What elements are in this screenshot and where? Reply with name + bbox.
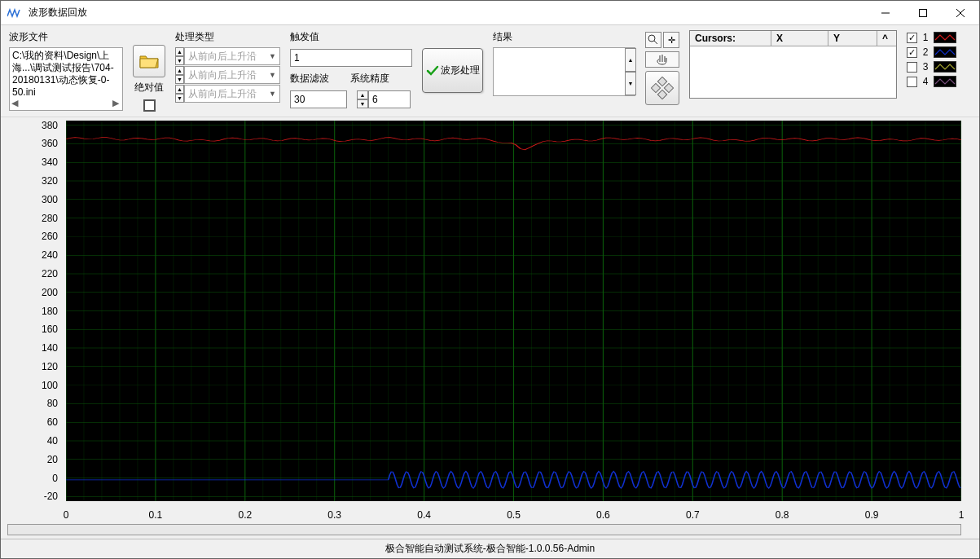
- trigger-label: 触发值: [290, 30, 412, 44]
- x-axis: 00.10.20.30.40.50.60.70.80.91: [66, 506, 961, 522]
- y-tick: 380: [42, 120, 58, 131]
- legend-swatch: [934, 32, 956, 43]
- filter-label: 数据滤波: [290, 72, 329, 86]
- x-tick: 0: [64, 509, 69, 521]
- precision-input[interactable]: ▲▼ 6: [357, 90, 411, 108]
- maximize-button[interactable]: [904, 1, 942, 25]
- result-box[interactable]: ▲▼: [493, 47, 635, 96]
- cursor-col-title: Cursors:: [690, 31, 771, 46]
- titlebar: 波形数据回放: [1, 1, 979, 25]
- chart-area: -200204060801001201401601802002202402602…: [1, 117, 979, 539]
- y-tick: 20: [47, 454, 58, 465]
- y-tick: 200: [42, 287, 58, 298]
- file-label: 波形文件: [9, 30, 123, 44]
- chart-canvas[interactable]: [66, 121, 961, 501]
- graph-tools: ✛: [645, 30, 679, 105]
- filter-input[interactable]: 30: [290, 90, 347, 108]
- minimize-button[interactable]: [867, 1, 904, 25]
- toolbar: 波形文件 C:\我的资料\Design\上海...\调试测试报告\704-201…: [1, 25, 979, 117]
- legend-swatch: [934, 46, 956, 58]
- h-scrollbar[interactable]: [7, 524, 961, 535]
- cursor-scroll-up[interactable]: ^: [877, 31, 890, 46]
- status-text: 极合智能自动测试系统-极合智能-1.0.0.56-Admin: [385, 542, 595, 556]
- precision-label: 系统精度: [350, 72, 389, 86]
- cursor-table[interactable]: Cursors: X Y ^: [689, 30, 897, 99]
- y-tick: 60: [47, 416, 58, 428]
- svg-rect-6: [657, 77, 666, 86]
- y-tick: 360: [42, 138, 58, 149]
- y-tick: 180: [42, 306, 58, 317]
- window-title: 波形数据回放: [27, 6, 867, 20]
- proc-type-label: 处理类型: [175, 30, 280, 44]
- x-tick: 0.3: [327, 509, 341, 521]
- x-tick: 0.7: [686, 509, 700, 521]
- legend-num: 1: [921, 32, 930, 43]
- statusbar: 极合智能自动测试系统-极合智能-1.0.0.56-Admin: [1, 539, 979, 558]
- legend-checkbox[interactable]: [907, 33, 917, 43]
- process-button[interactable]: 波形处理: [422, 48, 483, 93]
- app-icon: [6, 5, 22, 21]
- proc-combo-3[interactable]: ▲▼ 从前向后上升沿▼: [175, 85, 280, 103]
- y-tick: 220: [42, 268, 58, 280]
- cursor-col-y: Y: [828, 31, 877, 46]
- x-tick: 1: [959, 509, 965, 521]
- y-tick: 320: [42, 175, 58, 187]
- legend-checkbox[interactable]: [907, 47, 917, 58]
- svg-point-4: [648, 35, 655, 42]
- legend-swatch: [934, 61, 956, 73]
- legend-checkbox[interactable]: [907, 62, 917, 73]
- x-tick: 0.1: [149, 509, 163, 521]
- y-tick: 340: [42, 156, 58, 168]
- zoom-tool-icon[interactable]: [645, 32, 661, 48]
- y-tick: 120: [42, 361, 58, 372]
- chart-frame: [66, 121, 961, 501]
- y-tick: 100: [42, 380, 58, 391]
- y-tick: 40: [47, 435, 58, 447]
- legend-item-4[interactable]: 4: [907, 76, 956, 87]
- trigger-input[interactable]: 1: [290, 49, 412, 67]
- svg-rect-9: [657, 90, 666, 99]
- window-controls: [867, 1, 979, 25]
- open-folder-button[interactable]: [133, 45, 165, 77]
- cursor-header: Cursors: X Y ^: [690, 31, 896, 46]
- proc-combo-1[interactable]: ▲▼ 从前向后上升沿▼: [175, 47, 280, 65]
- x-tick: 0.5: [507, 509, 521, 521]
- legend-checkbox[interactable]: [907, 77, 917, 87]
- legend-item-3[interactable]: 3: [907, 61, 956, 73]
- main-window: 波形数据回放 波形文件 C:\我的资料\Design\上海...\调试测试报告\…: [0, 0, 980, 559]
- y-tick: 80: [47, 398, 58, 409]
- cursor-col-x: X: [771, 31, 828, 46]
- y-tick: 280: [42, 213, 58, 224]
- y-tick: 0: [52, 473, 58, 484]
- y-tick: 240: [42, 249, 58, 261]
- proc-combo-2[interactable]: ▲▼ 从前向后上升沿▼: [175, 66, 280, 84]
- legend-num: 2: [921, 46, 930, 58]
- file-path-text: C:\我的资料\Design\上海...\调试测试报告\704-20180131…: [12, 50, 120, 99]
- y-tick: 140: [42, 342, 58, 354]
- x-tick: 0.2: [238, 509, 252, 521]
- svg-line-5: [654, 41, 657, 44]
- file-group: 波形文件 C:\我的资料\Design\上海...\调试测试报告\704-201…: [9, 30, 123, 111]
- fit-tool-icon[interactable]: [645, 71, 679, 105]
- proc-type-group: 处理类型 ▲▼ 从前向后上升沿▼ ▲▼ 从前向后上升沿▼ ▲▼ 从前向后上升沿▼: [175, 30, 280, 103]
- y-tick: -20: [44, 491, 58, 502]
- abs-checkbox[interactable]: [143, 99, 156, 112]
- process-group: 波形处理: [422, 30, 483, 93]
- file-path-box[interactable]: C:\我的资料\Design\上海...\调试测试报告\704-20180131…: [9, 47, 123, 111]
- check-icon: [426, 64, 439, 77]
- x-tick: 0.4: [417, 509, 431, 521]
- pan-tool-icon[interactable]: [645, 51, 679, 68]
- legend-item-2[interactable]: 2: [907, 46, 956, 58]
- abs-label: 绝对值: [133, 81, 165, 95]
- legend: 1234: [907, 30, 956, 87]
- legend-num: 3: [921, 61, 930, 73]
- x-tick: 0.8: [776, 509, 789, 521]
- y-tick: 160: [42, 324, 58, 335]
- legend-item-1[interactable]: 1: [907, 32, 956, 43]
- folder-group: 绝对值: [133, 30, 165, 112]
- crosshair-tool-icon[interactable]: ✛: [663, 32, 679, 48]
- close-button[interactable]: [942, 1, 979, 25]
- legend-swatch: [934, 76, 956, 87]
- x-tick: 0.9: [865, 509, 879, 521]
- svg-rect-7: [651, 83, 660, 92]
